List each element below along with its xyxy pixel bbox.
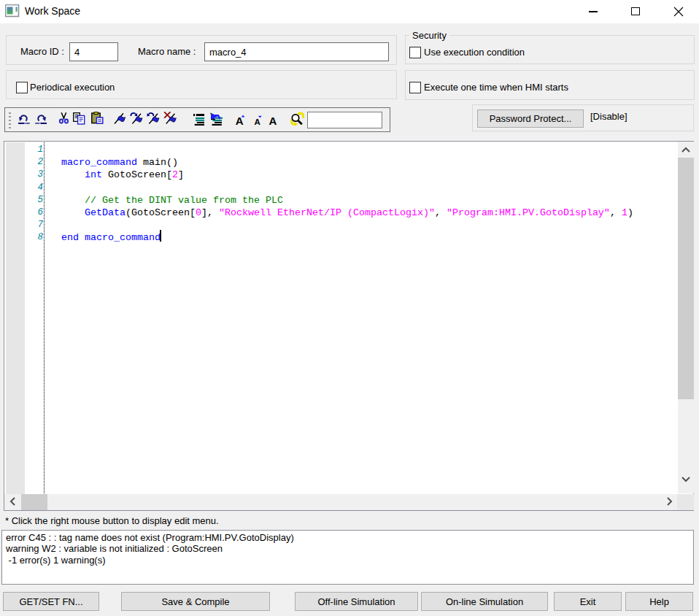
svg-text:A: A (269, 115, 277, 126)
svg-text:A: A (255, 118, 260, 126)
